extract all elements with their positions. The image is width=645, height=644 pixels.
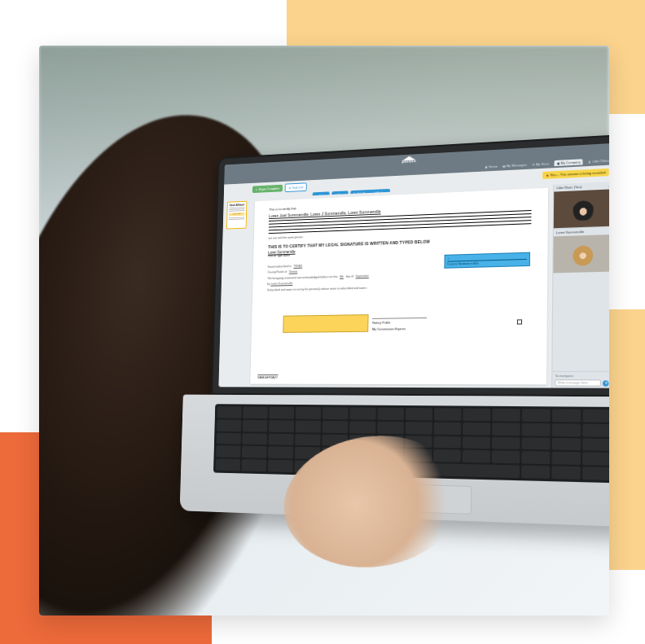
doc-ack-day: 8th: [340, 275, 344, 278]
doc-footer-left: NAME AFFIDAVIT: [257, 375, 278, 379]
nav-company[interactable]: My Company: [554, 159, 583, 166]
nav-user[interactable]: Lillie Olsen: [588, 158, 609, 164]
home-icon: [485, 165, 488, 169]
participant-name: Loren Summerville: [556, 230, 585, 234]
nav-label: My Messages: [507, 163, 527, 168]
banner-text: This session is being recorded: [560, 170, 606, 177]
svg-rect-2: [557, 162, 559, 164]
chat-send-button[interactable]: [603, 380, 608, 386]
nav-label: Home: [489, 164, 498, 169]
photo-frame: pavaso Home My Messages My: [39, 46, 609, 616]
nav-label: My Company: [561, 160, 581, 164]
svg-point-0: [533, 164, 534, 165]
doc-ack-month: September: [356, 274, 370, 278]
nav-label: Lillie Olsen: [592, 159, 608, 164]
stamp-line2: My Commission Expires: [372, 326, 427, 331]
minimize-icon[interactable]: –: [608, 183, 609, 187]
brand-name: pavaso: [401, 159, 416, 164]
svg-point-4: [546, 174, 548, 177]
task-list-button[interactable]: Task List: [284, 182, 307, 192]
user-icon: [588, 160, 591, 163]
banner-prefix: Ron: [551, 173, 557, 177]
doc-intro: This is to certify that: [269, 206, 296, 211]
signature-callout[interactable]: ✎ Loren Summerville: [445, 253, 529, 268]
video-tile-remote[interactable]: [553, 234, 609, 273]
mail-icon: [502, 164, 506, 168]
page-thumbnail[interactable]: Name Affidavit Sign Here: [226, 201, 247, 230]
notary-stamp-field[interactable]: [283, 315, 367, 332]
avatar: [573, 242, 593, 266]
doc-county-label: County/Parish of: [267, 270, 287, 274]
doc-county: Denton: [289, 270, 298, 274]
svg-point-3: [589, 160, 590, 162]
stamp-side-text: Notary Public My Commission Expires: [372, 316, 427, 331]
video-tile-self[interactable]: [554, 189, 609, 228]
chat-placeholder: Write message here: [557, 380, 587, 384]
users-icon: [532, 163, 535, 166]
doc-by-name: Loren Summerville: [270, 282, 292, 285]
chat-panel: To everyone Write message here: [552, 371, 609, 388]
nav-team[interactable]: My Team: [532, 160, 550, 167]
chat-input[interactable]: Write message here: [555, 379, 601, 386]
nav-label: My Team: [536, 161, 549, 166]
document-viewport[interactable]: This is to certify that Loren Joel Summe…: [246, 184, 553, 388]
doc-state: TEXAS: [293, 265, 302, 268]
brand-logo: pavaso: [397, 156, 422, 166]
buyer-complete-button[interactable]: Buyer Complete: [252, 185, 283, 193]
chat-to-label: To everyone: [555, 374, 608, 378]
doc-sworn: Sworn/subscribed to: [268, 265, 292, 269]
participant-name: Lillie Olsen (You): [556, 185, 581, 190]
btn-label: Task List: [292, 185, 303, 189]
nav-home[interactable]: Home: [485, 164, 498, 170]
doc-checkbox[interactable]: [517, 319, 522, 324]
building-icon: [556, 161, 559, 164]
doc-ack-month-prefix: day of: [346, 275, 353, 278]
btn-label: Buyer Complete: [259, 186, 280, 191]
video-panel: Lillie Olsen (You) – Loren Summerville: [551, 182, 609, 388]
recording-banner: Ron – This session is being recorded: [542, 169, 608, 179]
check-icon: [255, 188, 258, 191]
record-icon: [546, 173, 550, 177]
app-screen: pavaso Home My Messages My: [218, 143, 609, 388]
stamp-line1: Notary Public: [372, 320, 427, 325]
send-icon: [604, 381, 608, 384]
thumb-sign-here: Sign Here: [229, 212, 244, 217]
list-icon: [288, 186, 292, 190]
nav-messages[interactable]: My Messages: [502, 162, 527, 169]
doc-ack-prefix: The foregoing instrument was acknowledge…: [267, 275, 337, 280]
avatar: [573, 197, 593, 221]
document-page: This is to certify that Loren Joel Summe…: [250, 188, 548, 385]
laptop-screen-bezel: pavaso Home My Messages My: [211, 134, 609, 396]
main-area: Name Affidavit Sign Here This is to cert…: [218, 182, 609, 388]
